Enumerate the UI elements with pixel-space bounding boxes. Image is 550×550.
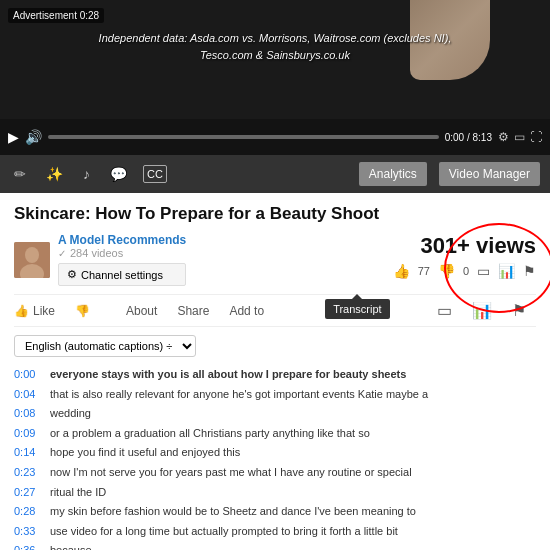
- captions-row: English (automatic captions) ÷: [14, 335, 536, 357]
- bar-chart-icon: 📊: [472, 301, 492, 320]
- main-content: Skincare: How To Prepare for a Beauty Sh…: [0, 193, 550, 550]
- video-manager-button[interactable]: Video Manager: [439, 162, 540, 186]
- transcript-text: hope you find it useful and enjoyed this: [50, 444, 536, 462]
- timestamp[interactable]: 0:33: [14, 523, 42, 541]
- right-controls: ⚙ ▭ ⛶: [498, 130, 542, 144]
- like-button[interactable]: 👍 Like: [14, 304, 65, 318]
- pencil-icon[interactable]: ✏: [10, 162, 30, 186]
- cc-icon[interactable]: CC: [143, 165, 167, 183]
- video-title: Skincare: How To Prepare for a Beauty Sh…: [14, 203, 536, 225]
- transcript-row: 0:23now I'm not serve you for years past…: [14, 463, 536, 483]
- transcript-text: that is also really relevant for anyone …: [50, 386, 536, 404]
- stats-icon[interactable]: 📊: [498, 263, 515, 279]
- dislike-icon: 👎: [75, 304, 90, 318]
- add-to-button[interactable]: Add to: [219, 304, 274, 318]
- channel-info: A Model Recommends ✓ 284 videos ⚙ Channe…: [58, 233, 186, 286]
- gear-icon: ⚙: [67, 268, 77, 281]
- channel-meta: ✓ 284 videos: [58, 247, 186, 259]
- save-icon[interactable]: ▭: [427, 301, 462, 320]
- timestamp[interactable]: 0:09: [14, 425, 42, 443]
- flag-icon-action: ⚑: [512, 301, 526, 320]
- transcript-row: 0:27ritual the ID: [14, 483, 536, 503]
- wand-icon[interactable]: ✨: [42, 162, 67, 186]
- video-controls: ▶ 🔊 0:00 / 8:13 ⚙ ▭ ⛶: [0, 119, 550, 155]
- views-count: 301+ views: [385, 233, 536, 259]
- dislike-button[interactable]: 👎: [65, 304, 100, 318]
- channel-avatar[interactable]: [14, 242, 50, 278]
- channel-row: A Model Recommends ✓ 284 videos ⚙ Channe…: [14, 233, 536, 286]
- transcript-text: because: [50, 542, 536, 550]
- timestamp[interactable]: 0:23: [14, 464, 42, 482]
- analytics-button[interactable]: Analytics: [359, 162, 427, 186]
- transcript-text: use video for a long time but actually p…: [50, 523, 536, 541]
- settings-icon[interactable]: ⚙: [498, 130, 509, 144]
- share-button[interactable]: Share: [167, 304, 219, 318]
- timestamp[interactable]: 0:27: [14, 484, 42, 502]
- editor-toolbar: ✏ ✨ ♪ 💬 CC Analytics Video Manager: [0, 155, 550, 193]
- transcript-tooltip: Transcript: [325, 299, 390, 319]
- thumbs-down-icon[interactable]: 👎: [438, 263, 455, 279]
- video-player[interactable]: Independent data: Asda.com vs. Morrisons…: [0, 0, 550, 155]
- save-icon: ▭: [437, 301, 452, 320]
- timestamp[interactable]: 0:28: [14, 503, 42, 521]
- chart-icon-action[interactable]: 📊: [462, 301, 502, 320]
- like-icon: 👍: [14, 304, 29, 318]
- timestamp[interactable]: 0:36: [14, 542, 42, 550]
- transcript-row: 0:33use video for a long time but actual…: [14, 522, 536, 542]
- timestamp[interactable]: 0:14: [14, 444, 42, 462]
- video-overlay: Independent data: Asda.com vs. Morrisons…: [99, 30, 452, 63]
- action-row: 👍 Like 👎 About Share Add to ▭ 📊 ⚑: [14, 294, 536, 327]
- transcript-row: 0:00everyone stays with you is all about…: [14, 365, 536, 385]
- transcript-row: 0:08wedding: [14, 404, 536, 424]
- transcript-list: 0:00everyone stays with you is all about…: [14, 365, 536, 550]
- transcript-text: my skin before fashion would be to Sheet…: [50, 503, 536, 521]
- flag-icon[interactable]: ⚑: [523, 263, 536, 279]
- video-thumbnail: [410, 0, 490, 80]
- comment-icon[interactable]: 💬: [106, 162, 131, 186]
- transcript-text: everyone stays with you is all about how…: [50, 366, 536, 384]
- timestamp[interactable]: 0:08: [14, 405, 42, 423]
- transcript-text: wedding: [50, 405, 536, 423]
- play-button[interactable]: ▶: [8, 129, 19, 145]
- about-button[interactable]: About: [116, 304, 167, 318]
- ad-badge: Advertisement 0:28: [8, 8, 104, 23]
- subtitles-icon[interactable]: ▭: [514, 130, 525, 144]
- transcript-text: now I'm not serve you for years past me …: [50, 464, 536, 482]
- progress-bar[interactable]: [48, 135, 439, 139]
- verified-icon: ✓: [58, 248, 66, 259]
- views-section: 301+ views Transcript 👍 77 👎 0 ▭ 📊 ⚑: [385, 233, 536, 279]
- svg-point-1: [25, 247, 39, 263]
- flag-button[interactable]: ⚑: [502, 301, 536, 320]
- add-to-icon[interactable]: ▭: [477, 263, 490, 279]
- music-icon[interactable]: ♪: [79, 162, 94, 186]
- transcript-row: 0:09or a problem a graduation all Christ…: [14, 424, 536, 444]
- transcript-row: 0:14hope you find it useful and enjoyed …: [14, 443, 536, 463]
- fullscreen-icon[interactable]: ⛶: [530, 130, 542, 144]
- transcript-row: 0:28my skin before fashion would be to S…: [14, 502, 536, 522]
- timestamp[interactable]: 0:04: [14, 386, 42, 404]
- transcript-row: 0:04that is also really relevant for any…: [14, 385, 536, 405]
- captions-select[interactable]: English (automatic captions) ÷: [14, 335, 196, 357]
- volume-button[interactable]: 🔊: [25, 129, 42, 145]
- channel-name[interactable]: A Model Recommends: [58, 233, 186, 247]
- transcript-text: or a problem a graduation all Christians…: [50, 425, 536, 443]
- channel-settings-button[interactable]: ⚙ Channel settings: [58, 263, 186, 286]
- time-display: 0:00 / 8:13: [445, 132, 492, 143]
- thumbs-up-icon[interactable]: 👍: [393, 263, 410, 279]
- transcript-row: 0:36because: [14, 541, 536, 550]
- channel-left: A Model Recommends ✓ 284 videos ⚙ Channe…: [14, 233, 186, 286]
- timestamp[interactable]: 0:00: [14, 366, 42, 384]
- transcript-text: ritual the ID: [50, 484, 536, 502]
